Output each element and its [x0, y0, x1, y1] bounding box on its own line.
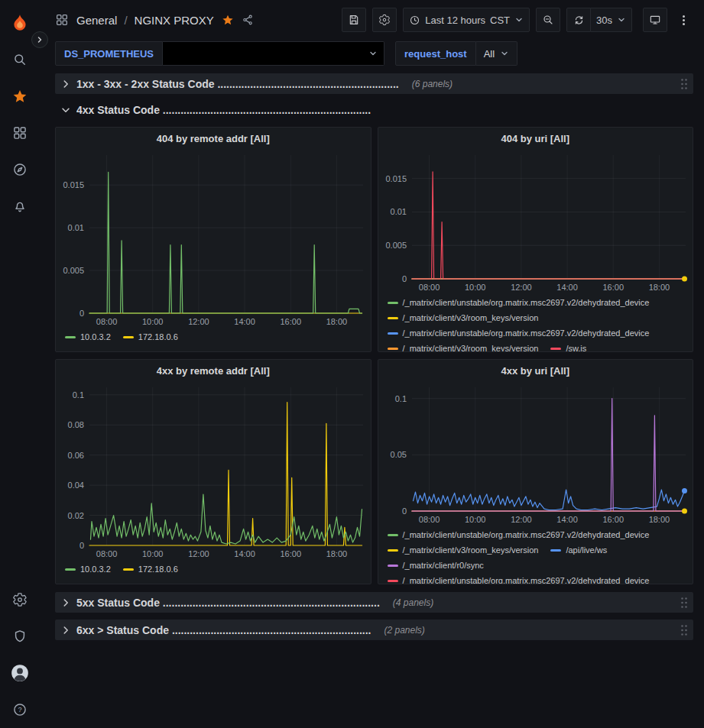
- legend-series-label: /sw.js: [566, 343, 586, 352]
- sidebar-item-dashboards[interactable]: [0, 115, 40, 151]
- kebab-icon: [683, 14, 685, 27]
- legend-series-marker: [65, 336, 76, 338]
- more-options-button[interactable]: [673, 8, 693, 32]
- drag-handle-icon: [680, 78, 688, 90]
- legend-item[interactable]: /api/live/ws: [550, 545, 607, 556]
- chevron-right-icon: [60, 625, 71, 636]
- time-range-label: Last 12 hours: [425, 15, 485, 26]
- legend-item[interactable]: /sw.js: [550, 343, 586, 352]
- svg-text:0.01: 0.01: [68, 223, 84, 232]
- share-dashboard-button[interactable]: [242, 14, 254, 26]
- timeseries-chart-404-by-uri[interactable]: 08:0010:0012:0014:0016:0018:0000.0050.01…: [378, 149, 693, 294]
- share-alt-icon: [242, 14, 254, 26]
- chevron-right-icon: [60, 79, 71, 89]
- row-4xx-status-code[interactable]: 4xx Status Code ........................…: [55, 101, 693, 119]
- row-drag-handle[interactable]: [680, 78, 688, 90]
- row-panel-count: (4 panels): [393, 597, 433, 608]
- legend-item[interactable]: /_matrix/client/v3/room_keys/version: [388, 312, 539, 324]
- clock-icon: [409, 15, 420, 26]
- legend-series-marker: [123, 336, 134, 338]
- svg-text:0.06: 0.06: [68, 451, 84, 460]
- zoom-out-time-button[interactable]: [536, 8, 560, 32]
- favorite-star-button[interactable]: [222, 14, 234, 26]
- legend-item[interactable]: /_matrix/client/r0/sync: [388, 560, 484, 571]
- svg-text:10:00: 10:00: [464, 515, 485, 524]
- row-5xx-status-code[interactable]: 5xx Status Code ........................…: [55, 592, 693, 613]
- legend-series-marker: [388, 565, 398, 567]
- svg-text:16:00: 16:00: [602, 283, 624, 292]
- legend-series-label: /_matrix/client/v3/room_keys/version: [403, 343, 539, 352]
- legend-item[interactable]: 172.18.0.6: [123, 564, 178, 575]
- variable-request-host-value: All: [484, 48, 495, 60]
- chart-legend: 10.0.3.2172.18.0.6: [56, 328, 371, 343]
- variable-datasource-select[interactable]: [163, 41, 384, 66]
- svg-text:08:00: 08:00: [96, 549, 118, 558]
- legend-item[interactable]: 10.0.3.2: [65, 332, 111, 343]
- legend-item[interactable]: 10.0.3.2: [65, 564, 111, 575]
- chevron-down-icon: [368, 49, 378, 58]
- sidebar-item-profile[interactable]: [0, 655, 40, 691]
- apps-grid-icon: [55, 13, 69, 27]
- grafana-app: ? General / NGINX PROXY: [0, 0, 704, 728]
- sidebar-item-search[interactable]: [0, 41, 40, 78]
- panel-title[interactable]: 4xx by remote addr [All]: [56, 360, 371, 381]
- refresh-button-group: 30s: [566, 8, 632, 32]
- dashboard-settings-button[interactable]: [372, 8, 397, 32]
- page-title[interactable]: NGINX PROXY: [135, 14, 214, 27]
- variable-datasource-value: [169, 42, 368, 65]
- legend-series-marker: [388, 580, 398, 582]
- breadcrumb-section[interactable]: General: [76, 14, 117, 27]
- panel-4xx-by-remote-addr: 4xx by remote addr [All] 08:0010:0012:00…: [55, 359, 371, 584]
- legend-item[interactable]: /_matrix/client/unstable/org.matrix.msc2…: [388, 297, 650, 309]
- legend-item[interactable]: /_matrix/client/unstable/org.matrix.msc2…: [388, 575, 650, 584]
- svg-text:16:00: 16:00: [602, 515, 624, 524]
- save-icon: [348, 14, 360, 26]
- legend-item[interactable]: /_matrix/client/v3/room_keys/version: [388, 343, 539, 352]
- legend-series-marker: [123, 568, 134, 571]
- svg-text:18:00: 18:00: [326, 549, 348, 558]
- sidebar-item-explore[interactable]: [0, 151, 40, 188]
- panel-grid: 404 by remote addr [All] 08:0010:0012:00…: [55, 127, 693, 584]
- row-6xx-status-code[interactable]: 6xx > Status Code ......................…: [55, 620, 693, 640]
- chevron-down-icon: [514, 15, 524, 24]
- panel-title[interactable]: 4xx by uri [All]: [378, 360, 693, 381]
- row-drag-handle[interactable]: [680, 597, 688, 609]
- timeseries-chart-4xx-by-uri[interactable]: 08:0010:0012:0014:0016:0018:0000.050.1: [378, 381, 693, 526]
- chart-legend: 10.0.3.2172.18.0.6: [56, 561, 371, 575]
- sidebar-expand-button[interactable]: [31, 31, 48, 48]
- tv-mode-button[interactable]: [643, 8, 667, 32]
- legend-item[interactable]: /_matrix/client/v3/room_keys/version: [388, 545, 539, 556]
- time-range-picker[interactable]: Last 12 hours CST: [403, 8, 530, 32]
- gear-icon: [12, 592, 28, 607]
- legend-series-marker: [388, 348, 398, 350]
- sidebar-item-help[interactable]: ?: [0, 691, 40, 728]
- panel-title[interactable]: 404 by remote addr [All]: [56, 128, 371, 149]
- svg-text:08:00: 08:00: [418, 283, 440, 292]
- variable-request-host-select[interactable]: All: [476, 41, 517, 66]
- refresh-icon: [573, 15, 585, 26]
- sidebar-item-starred[interactable]: [0, 78, 40, 115]
- timeseries-chart-4xx-by-remote-addr[interactable]: 08:0010:0012:0014:0016:0018:0000.020.040…: [56, 381, 371, 561]
- refresh-interval-dropdown[interactable]: 30s: [591, 8, 632, 32]
- row-1xx-3xx-2xx-status-code[interactable]: 1xx - 3xx - 2xx Status Code ............…: [55, 73, 693, 94]
- chevron-down-icon: [617, 15, 626, 24]
- row-drag-handle[interactable]: [680, 624, 688, 636]
- sidebar-item-server-admin[interactable]: [0, 618, 40, 655]
- drag-handle-icon: [680, 624, 688, 636]
- panel-404-by-remote-addr: 404 by remote addr [All] 08:0010:0012:00…: [55, 127, 371, 352]
- legend-item[interactable]: /_matrix/client/unstable/org.matrix.msc2…: [388, 328, 650, 339]
- chevron-right-icon: [60, 597, 71, 608]
- sidebar-item-configuration[interactable]: [0, 581, 40, 618]
- svg-text:16:00: 16:00: [280, 549, 301, 558]
- legend-item[interactable]: 172.18.0.6: [123, 332, 178, 343]
- svg-text:18:00: 18:00: [648, 515, 670, 524]
- legend-item[interactable]: /_matrix/client/unstable/org.matrix.msc2…: [388, 529, 650, 541]
- refresh-dashboard-button[interactable]: [566, 8, 591, 32]
- timeseries-chart-404-by-remote-addr[interactable]: 08:0010:0012:0014:0016:0018:0000.0050.01…: [56, 149, 371, 328]
- sidebar-item-alerting[interactable]: [0, 188, 40, 225]
- save-dashboard-button[interactable]: [342, 8, 366, 32]
- variable-datasource-label: DS_PROMETHEUS: [55, 41, 163, 66]
- legend-series-marker: [388, 549, 398, 552]
- panel-title[interactable]: 404 by uri [All]: [378, 128, 693, 149]
- svg-text:16:00: 16:00: [280, 317, 301, 326]
